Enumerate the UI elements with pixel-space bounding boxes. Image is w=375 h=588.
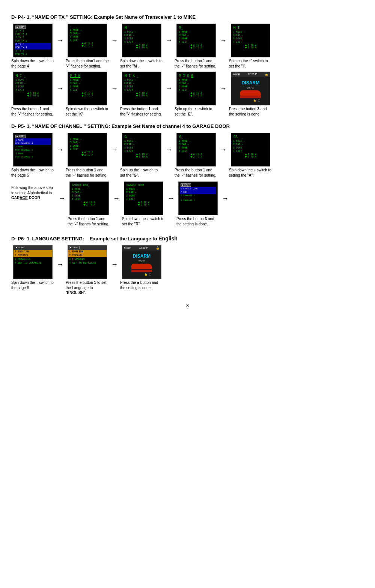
p4-step10: MIKE 12:35 P 🔒 DISARM 25°C 🔒 📱 <box>229 72 272 117</box>
p6-step1: ■ DONE 1 ENGLISH 2 ESPANOL 3 FRANCOIS 4 … <box>11 245 54 290</box>
p4-step4: M_ 1 MOVE → CLEAR ← 3 DONE 4 EXIT A TO Z… <box>175 24 218 69</box>
p5-screen9: ■ EXIT 1 GARAGE DOOR / CH4 2 CHANNEL 5 3… <box>178 182 218 215</box>
p5-arrow4: → <box>220 146 227 165</box>
p4-step1: ■ EXIT 1 TX 1 FOR TX 1 2 TX 2 FOR TX 2 3… <box>11 24 54 69</box>
p4-screen1: ■ EXIT 1 TX 1 FOR TX 1 2 TX 2 FOR TX 2 3… <box>13 24 53 57</box>
p6-step3: MIKE 12:35 P 🔒 DISARM 25°C 🔒 📱 Press the… <box>120 245 163 290</box>
section-p4: D- P4- 1. “NAME OF TX ” SETTING: Example… <box>11 14 364 117</box>
p5-screen5: GA 1 MOVE → CLEAR ← 3 DONE 4 EXIT A TO Z… <box>231 133 270 166</box>
section-p5: D- P5- 1. “NAME OF CHANNEL ” SETTING: Ex… <box>11 123 364 226</box>
p5-step8: GARAGE DOOR 1 MOVE → CLEAR ← 3 DONE 4 EX… <box>122 182 165 226</box>
p4-screen8: M I K _ 1 MOVE → CLEAR ← 3 DONE 4 EXIT A… <box>122 72 161 105</box>
p4-step8: M I K _ 1 MOVE → CLEAR ← 3 DONE 4 EXIT A… <box>120 72 163 117</box>
p5-step4: G_ 1 MOVE → CLEAR ← 3 DONE 4 EXIT A TO Z… <box>175 133 218 178</box>
p6-cap3: Press the ■ button and the setting is do… <box>120 280 163 290</box>
p5-cap7: Press the button 1 and the "-" flashes f… <box>68 216 111 226</box>
section-p5-title: D- P5- 1. “NAME OF CHANNEL ” SETTING: Ex… <box>11 123 364 129</box>
arrow7: → <box>166 85 172 104</box>
p6-step2: ■ DONE 1 ENGLISH 2 ESPANOL 3 FRANCOIS 4 … <box>66 245 109 296</box>
p4-cap6: Press the button 1 and the "-" flashes f… <box>11 106 54 117</box>
p5-arrow5: → <box>59 195 65 214</box>
p5-step2: — 1 MOVE → CLEAR ← 3 DONE 4 EXIT A TO Z … <box>66 133 109 178</box>
p4-screen6: M I _ 1 MOVE → CLEAR ← 3 DONE 4 EXIT A T… <box>13 72 53 105</box>
p6-row1: ■ DONE 1 ENGLISH 2 ESPANOL 3 FRANCOIS 4 … <box>11 245 364 296</box>
p6-cap2: Press the button 1 to set the Language t… <box>66 280 109 296</box>
p4-step3: M 1 MOVE → CLEAR ← 3 DONE 4 EXIT A TO Z … <box>120 24 163 69</box>
p5-arrow1: → <box>57 146 63 165</box>
p5-cap8: Spin down the ↓ switch to set the "R" <box>122 216 165 226</box>
p4-step9: M I K E 1 MOVE → CLEAR ← 3 DONE 4 EXIT A… <box>175 72 218 117</box>
p4-step7: M I K 1 MOVE → CLEAR ← 3 DONE 4 EXIT A T… <box>66 72 109 117</box>
arrow8: → <box>220 85 227 104</box>
p4-cap1: Spin down the ↓ switch to the page 4 <box>11 58 54 69</box>
arrow6: → <box>111 85 118 104</box>
p6-cap1: Spin down the ↓ switch to the page 6 <box>11 280 54 290</box>
p4-step6: M I _ 1 MOVE → CLEAR ← 3 DONE 4 EXIT A T… <box>11 72 54 117</box>
p4-cap2: Press the button1 and the "-" flashes fo… <box>66 58 109 69</box>
p6-screen2: ■ DONE 1 ENGLISH 2 ESPANOL 3 FRANCOIS 4 … <box>68 245 107 279</box>
p4-cap5: Spin up the ↑" switch to set the "I". <box>229 58 272 69</box>
section-p6: D- P6- 1. LANGUAGE SETTING: Example set … <box>11 236 364 296</box>
p5-arrow2: → <box>111 146 118 165</box>
page-number: 8 <box>11 303 364 308</box>
p5-cap4: Press the button 1 and the "-" flashes f… <box>175 168 218 178</box>
p4-screen3: M 1 MOVE → CLEAR ← 3 DONE 4 EXIT A TO Z … <box>122 24 161 57</box>
p5-screen3: G 1 MOVE → CLEAR ← 3 DONE 4 EXIT A TO Z … <box>122 133 161 166</box>
p5-cap3: Spin up the ↑ switch to set the "G". <box>120 168 163 178</box>
p4-cap4: Press the button 1 and the "-" flashes f… <box>175 58 218 69</box>
arrow3: → <box>166 37 172 56</box>
p5-arrow8: → <box>222 195 229 214</box>
p4-screen4: M_ 1 MOVE → CLEAR ← 3 DONE 4 EXIT A TO Z… <box>176 24 216 57</box>
p5-step9: ■ EXIT 1 GARAGE DOOR / CH4 2 CHANNEL 5 3… <box>176 182 220 226</box>
p5-row2: Following the above step to setting Alph… <box>11 182 364 226</box>
p5-cap2: Press the button 1 and the "-" flashes f… <box>66 168 109 178</box>
p5-step3: G 1 MOVE → CLEAR ← 3 DONE 4 EXIT A TO Z … <box>120 133 163 178</box>
p4-row1: ■ EXIT 1 TX 1 FOR TX 1 2 TX 2 FOR TX 2 3… <box>11 24 364 69</box>
p5-cap5: Spin down the ↓ switch to setting the "A… <box>229 168 272 178</box>
p5-step5: GA 1 MOVE → CLEAR ← 3 DONE 4 EXIT A TO Z… <box>229 133 272 178</box>
p4-step2: — 1 MOVE → CLEAR ← 3 DONE 4 EXIT A TO Z … <box>66 24 109 69</box>
p4-cap10: Press the button 3 and the setting is do… <box>229 106 272 117</box>
p5-screen7: GARAGE DOO_ 1 MOVE → CLEAR ← 3 DONE 4 EX… <box>69 182 109 215</box>
p4-cap7: Spin down the ↓ switch to set the "K". <box>66 106 109 117</box>
p5-step6: Following the above step to setting Alph… <box>11 182 56 201</box>
section-p4-title: D- P4- 1. “NAME OF TX ” SETTING: Example… <box>11 14 364 20</box>
p6-arrow2: → <box>111 261 118 280</box>
p6-arrow1: → <box>57 261 63 280</box>
p6-screen3: MIKE 12:35 P 🔒 DISARM 25°C 🔒 📱 <box>122 245 161 279</box>
p5-screen2: — 1 MOVE → CLEAR ← 3 DONE 4 EXIT A TO Z … <box>68 133 107 166</box>
p5-screen4: G_ 1 MOVE → CLEAR ← 3 DONE 4 EXIT A TO Z… <box>176 133 216 166</box>
p5-arrow6: → <box>113 195 120 214</box>
p4-cap3: Spin down the ↓ switch to set the "M". <box>120 58 163 69</box>
p5-cap1: Spin down the ↓ switch to the page 5 <box>11 168 54 178</box>
p4-cap9: Spin up the ↑ switch to set the "E". <box>175 106 218 117</box>
p4-row2: M I _ 1 MOVE → CLEAR ← 3 DONE 4 EXIT A T… <box>11 72 364 117</box>
p5-cap9: Press the button 3 and the setting is do… <box>176 216 220 226</box>
arrow2: → <box>111 37 118 56</box>
p5-screen8: GARAGE DOOR 1 MOVE → CLEAR ← 3 DONE 4 EX… <box>124 182 163 215</box>
p6-screen1: ■ DONE 1 ENGLISH 2 ESPANOL 3 FRANCOIS 4 … <box>13 245 53 279</box>
p4-screen5: M I 1 MOVE → CLEAR ← 3 DONE 4 EXIT A TO … <box>231 24 270 57</box>
p5-arrow3: → <box>166 146 172 165</box>
p5-step1: ■ EXIT 1 NAME FOR CHANNEL 4 2 NAME FOR C… <box>11 133 54 178</box>
p4-screen2: — 1 MOVE → CLEAR ← 3 DONE 4 EXIT A TO Z … <box>68 24 107 57</box>
p5-row1: ■ EXIT 1 NAME FOR CHANNEL 4 2 NAME FOR C… <box>11 133 364 178</box>
p4-cap8: Press the button 1 and the "-" flashes f… <box>120 106 163 117</box>
arrow4: → <box>220 37 227 56</box>
p4-screen10: MIKE 12:35 P 🔒 DISARM 25°C 🔒 📱 <box>231 72 270 105</box>
section-p6-title: D- P6- 1. LANGUAGE SETTING: Example set … <box>11 236 364 242</box>
p5-arrow7: → <box>167 195 174 214</box>
p5-step7: GARAGE DOO_ 1 MOVE → CLEAR ← 3 DONE 4 EX… <box>68 182 111 226</box>
p5-screen1: ■ EXIT 1 NAME FOR CHANNEL 4 2 NAME FOR C… <box>13 133 53 166</box>
p4-screen7: M I K 1 MOVE → CLEAR ← 3 DONE 4 EXIT A T… <box>68 72 107 105</box>
arrow5: → <box>57 85 63 104</box>
arrow1: → <box>57 37 63 56</box>
p4-step5: M I 1 MOVE → CLEAR ← 3 DONE 4 EXIT A TO … <box>229 24 272 69</box>
p5-cap6: Following the above step to setting Alph… <box>11 182 56 201</box>
p4-screen9: M I K E 1 MOVE → CLEAR ← 3 DONE 4 EXIT A… <box>176 72 216 105</box>
